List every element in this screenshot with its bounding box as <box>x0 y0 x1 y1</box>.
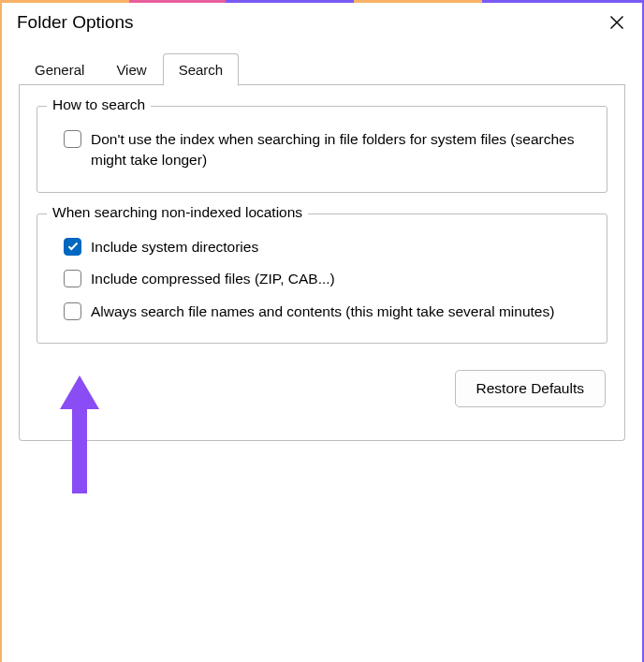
option-label[interactable]: Include compressed files (ZIP, CAB...) <box>91 269 335 289</box>
tab-view[interactable]: View <box>100 53 162 85</box>
close-icon <box>609 15 624 30</box>
content-area: General View Search How to search Don't … <box>2 53 642 441</box>
tab-general[interactable]: General <box>19 53 100 85</box>
tab-search[interactable]: Search <box>163 53 240 86</box>
group-non-indexed: When searching non-indexed locations Inc… <box>37 213 607 344</box>
option-row: Don't use the index when searching in fi… <box>51 124 593 177</box>
checkbox-include-system-dirs[interactable] <box>64 238 81 256</box>
checkbox-dont-use-index[interactable] <box>64 130 81 148</box>
titlebar: Folder Options <box>2 3 642 46</box>
group-how-to-search: How to search Don't use the index when s… <box>37 106 607 193</box>
option-label[interactable]: Always search file names and contents (t… <box>91 302 554 322</box>
restore-row: Restore Defaults <box>37 364 607 407</box>
window-title: Folder Options <box>17 12 134 33</box>
restore-defaults-button[interactable]: Restore Defaults <box>455 370 606 407</box>
tab-strip: General View Search <box>19 53 625 85</box>
check-icon <box>67 241 79 252</box>
checkbox-always-search-contents[interactable] <box>64 302 81 320</box>
checkbox-include-compressed[interactable] <box>64 270 81 287</box>
tab-panel-search: How to search Don't use the index when s… <box>19 85 625 441</box>
folder-options-window: Folder Options General View Search How t… <box>0 0 644 662</box>
option-label[interactable]: Don't use the index when searching in fi… <box>91 129 593 171</box>
group-legend: When searching non-indexed locations <box>47 204 308 221</box>
group-legend: How to search <box>47 96 151 113</box>
option-row: Include compressed files (ZIP, CAB...) <box>51 263 593 295</box>
option-row: Always search file names and contents (t… <box>51 296 593 328</box>
option-row: Include system directories <box>51 231 593 263</box>
close-button[interactable] <box>607 12 627 33</box>
option-label[interactable]: Include system directories <box>91 237 258 257</box>
